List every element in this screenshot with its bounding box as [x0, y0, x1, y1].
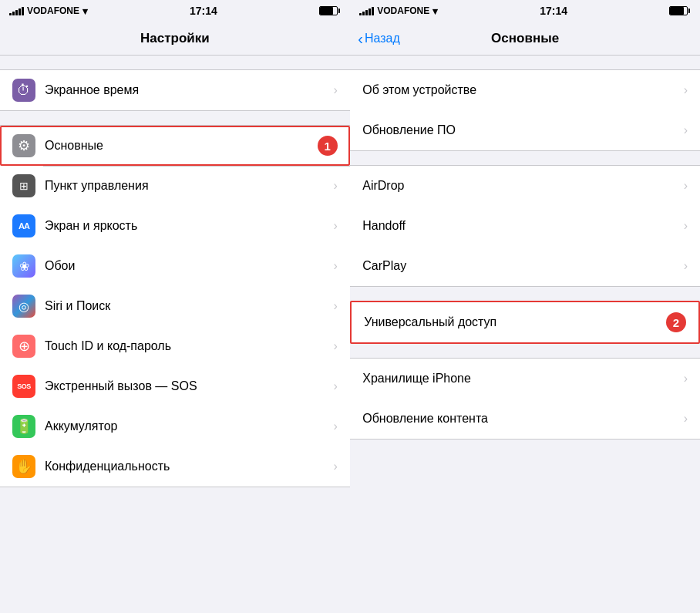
chevron-content-update: › — [684, 412, 688, 426]
label-software-update: Обновление ПО — [362, 123, 683, 137]
carrier-name-right: VODAFONE — [377, 5, 429, 16]
list-item-about[interactable]: Об этом устройстве › — [350, 70, 700, 110]
signal-icon-right — [359, 6, 374, 15]
list-item-control-center[interactable]: ⊞ Пункт управления › — [0, 166, 350, 206]
label-accessibility: Универсальный доступ — [364, 315, 666, 329]
icon-sos: SOS — [12, 375, 35, 398]
list-item-general[interactable]: ⚙ Основные 1 — [0, 126, 350, 166]
carrier-name-left: VODAFONE — [27, 5, 79, 16]
battery-icon-right — [669, 6, 688, 15]
label-general: Основные — [45, 139, 308, 153]
chevron-siri: › — [333, 299, 337, 313]
icon-wallpaper: ❀ — [12, 254, 35, 278]
label-battery: Аккумулятор — [45, 419, 324, 433]
label-control-center: Пункт управления — [45, 179, 324, 193]
list-item-handoff[interactable]: Handoff › — [350, 206, 700, 246]
label-touchid: Touch ID и код-пароль — [45, 339, 324, 353]
section-gap-r1 — [350, 56, 700, 69]
icon-siri: ◎ — [12, 295, 35, 318]
chevron-display: › — [333, 219, 337, 233]
label-carplay: CarPlay — [362, 259, 683, 273]
chevron-wallpaper: › — [333, 259, 337, 273]
list-item-accessibility[interactable]: Универсальный доступ 2 — [352, 302, 698, 342]
carrier-left: VODAFONE ▾ — [9, 5, 88, 17]
list-item-battery[interactable]: 🔋 Аккумулятор › — [0, 406, 350, 446]
content-left: ⏱ Экранное время › ⚙ Основные 1 ⊞ — [0, 56, 350, 613]
list-item-touchid[interactable]: ⊕ Touch ID и код-пароль › — [0, 326, 350, 366]
list-item-software-update[interactable]: Обновление ПО › — [350, 110, 700, 150]
icon-touchid: ⊕ — [12, 335, 35, 358]
section-airdrop: AirDrop › Handoff › CarPlay › — [350, 165, 700, 287]
chevron-control-center: › — [333, 179, 337, 193]
list-item-display[interactable]: AA Экран и яркость › — [0, 206, 350, 246]
label-wallpaper: Обои — [45, 259, 324, 273]
label-screen-time: Экранное время — [45, 83, 324, 97]
icon-battery: 🔋 — [12, 415, 35, 438]
label-airdrop: AirDrop — [362, 179, 683, 193]
section-gap — [0, 56, 350, 69]
badge-1: 1 — [318, 136, 338, 156]
carrier-right: VODAFONE ▾ — [359, 5, 438, 17]
label-handoff: Handoff — [362, 219, 683, 233]
icon-privacy: ✋ — [12, 455, 35, 478]
back-button[interactable]: ‹ Назад — [358, 31, 400, 46]
page-title-right: Основные — [491, 31, 559, 46]
time-left: 17:14 — [190, 5, 217, 17]
label-display: Экран и яркость — [45, 219, 324, 233]
status-icons-left — [319, 6, 338, 15]
icon-screen-time: ⏱ — [12, 79, 35, 102]
nav-header-right: ‹ Назад Основные — [350, 22, 700, 56]
list-item-siri[interactable]: ◎ Siri и Поиск › — [0, 286, 350, 326]
icon-display: AA — [12, 214, 35, 237]
label-about: Об этом устройстве — [362, 83, 683, 97]
list-item-screen-time[interactable]: ⏱ Экранное время › — [0, 70, 350, 110]
chevron-touchid: › — [333, 339, 337, 353]
section-main: ⚙ Основные 1 ⊞ Пункт управления › AA Экр… — [0, 125, 350, 487]
label-content-update: Обновление контента — [362, 412, 683, 426]
chevron-battery: › — [333, 419, 337, 433]
chevron-privacy: › — [333, 460, 337, 473]
section-gap-2 — [0, 111, 350, 125]
list-item-privacy[interactable]: ✋ Конфиденциальность › — [0, 446, 350, 487]
status-icons-right — [669, 6, 688, 15]
section-accessibility: Универсальный доступ 2 — [350, 301, 700, 344]
wifi-icon-left: ▾ — [82, 5, 88, 17]
badge-2: 2 — [666, 312, 686, 332]
list-item-wallpaper[interactable]: ❀ Обои › — [0, 246, 350, 286]
status-bar-left: VODAFONE ▾ 17:14 — [0, 0, 350, 22]
chevron-carplay: › — [684, 259, 688, 273]
icon-general: ⚙ — [12, 134, 35, 157]
chevron-airdrop: › — [684, 179, 688, 193]
icon-control-center: ⊞ — [12, 174, 35, 197]
chevron-handoff: › — [684, 219, 688, 233]
page-title-left: Настройки — [140, 31, 210, 46]
status-bar-right: VODAFONE ▾ 17:14 — [350, 0, 700, 22]
right-panel: VODAFONE ▾ 17:14 ‹ Назад Основные Об это… — [350, 0, 700, 613]
wifi-icon-right: ▾ — [432, 5, 438, 17]
label-privacy: Конфиденциальность — [45, 460, 324, 473]
back-label: Назад — [365, 32, 400, 45]
list-item-airdrop[interactable]: AirDrop › — [350, 166, 700, 206]
list-item-sos[interactable]: SOS Экстренный вызов — SOS › — [0, 366, 350, 406]
list-item-carplay[interactable]: CarPlay › — [350, 246, 700, 286]
label-siri: Siri и Поиск — [45, 299, 324, 313]
chevron-screen-time: › — [333, 83, 337, 97]
chevron-iphone-storage: › — [684, 372, 688, 386]
section-gap-r3 — [350, 287, 700, 301]
list-item-iphone-storage[interactable]: Хранилище iPhone › — [350, 359, 700, 399]
section-about: Об этом устройстве › Обновление ПО › — [350, 69, 700, 151]
section-gap-r2 — [350, 151, 700, 165]
chevron-sos: › — [333, 379, 337, 393]
label-sos: Экстренный вызов — SOS — [45, 379, 324, 393]
back-chevron-icon: ‹ — [358, 31, 363, 46]
time-right: 17:14 — [540, 5, 567, 17]
signal-icon — [9, 6, 24, 15]
section-storage: Хранилище iPhone › Обновление контента › — [350, 358, 700, 440]
list-item-content-update[interactable]: Обновление контента › — [350, 399, 700, 439]
content-right: Об этом устройстве › Обновление ПО › Air… — [350, 56, 700, 613]
chevron-about: › — [684, 83, 688, 97]
label-iphone-storage: Хранилище iPhone — [362, 372, 683, 386]
battery-icon-left — [319, 6, 338, 15]
section-gap-r4 — [350, 344, 700, 358]
nav-header-left: Настройки — [0, 22, 350, 56]
